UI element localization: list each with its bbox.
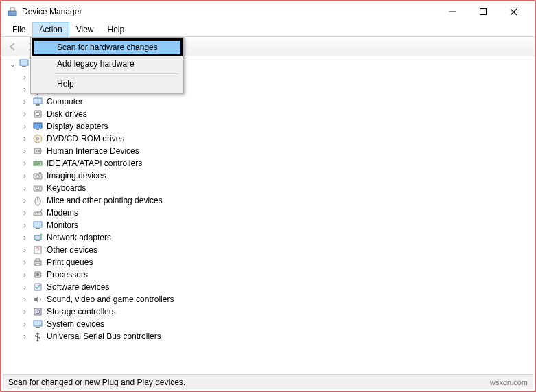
svg-point-14 (36, 112, 40, 116)
device-tree[interactable]: ⌄ ›Batteries›Bluetooth›Computer›Disk dri… (5, 58, 531, 369)
tree-node[interactable]: ›DVD/CD-ROM drives (5, 132, 531, 145)
tree-node[interactable]: ›Keyboards (5, 182, 531, 194)
svg-point-37 (35, 214, 36, 215)
menu-action[interactable]: Action (32, 22, 69, 36)
svg-rect-3 (480, 9, 486, 15)
chevron-right-icon[interactable]: › (21, 85, 29, 93)
sound-icon (32, 294, 43, 305)
tree-node[interactable]: ›Storage controllers (5, 305, 531, 318)
tree-node[interactable]: ›Display adapters (5, 120, 531, 132)
maximize-button[interactable] (467, 2, 498, 21)
tree-node-label: Keyboards (47, 183, 86, 193)
menu-scan-hardware[interactable]: Scan for hardware changes (32, 38, 183, 56)
chevron-right-icon[interactable]: › (21, 159, 29, 168)
app-icon (7, 6, 18, 17)
chevron-right-icon[interactable]: › (21, 320, 29, 328)
svg-point-59 (37, 311, 38, 312)
tree-node[interactable]: ›Modems (5, 207, 531, 219)
chevron-right-icon[interactable]: › (21, 233, 29, 242)
svg-rect-7 (22, 66, 26, 67)
tree-node[interactable]: ›Universal Serial Bus controllers (5, 330, 531, 343)
tree-node-label: Display adapters (47, 122, 108, 131)
svg-point-44 (40, 234, 43, 236)
chevron-right-icon[interactable]: › (21, 283, 29, 291)
tree-node-label: IDE ATA/ATAPI controllers (47, 159, 142, 168)
software-icon (32, 281, 43, 292)
svg-rect-33 (36, 189, 40, 191)
chevron-right-icon[interactable]: › (21, 270, 29, 279)
tree-node[interactable]: ›Computer (5, 95, 531, 108)
tree-node-label: Computer (47, 97, 83, 106)
tree-node[interactable]: ›Sound, video and game controllers (5, 293, 531, 305)
keyboard-icon (32, 183, 43, 194)
storage-icon (32, 306, 43, 317)
svg-rect-43 (36, 240, 40, 241)
computer-root-icon (19, 58, 29, 70)
printer-icon (32, 257, 43, 268)
usb-icon (32, 331, 43, 342)
chevron-right-icon[interactable]: › (21, 196, 29, 205)
cpu-icon (32, 269, 43, 280)
chevron-right-icon[interactable]: › (21, 246, 29, 254)
svg-point-62 (37, 340, 39, 342)
svg-rect-48 (36, 259, 40, 261)
window-controls (436, 2, 529, 21)
display-icon (32, 121, 43, 132)
menu-help-item[interactable]: Help (32, 76, 182, 92)
tree-node[interactable]: ›Imaging devices (5, 170, 531, 182)
menu-view[interactable]: View (69, 22, 101, 36)
chevron-right-icon[interactable]: › (21, 135, 29, 143)
tree-node-label: Print queues (47, 257, 93, 267)
tree-node-label: Universal Serial Bus controllers (47, 332, 161, 341)
tree-node[interactable]: ›Processors (5, 268, 531, 281)
tree-node-label: DVD/CD-ROM drives (47, 134, 124, 143)
watermark-text: wsxdn.com (490, 378, 528, 387)
svg-rect-16 (36, 129, 39, 130)
chevron-right-icon[interactable]: › (21, 97, 29, 106)
tree-node[interactable]: ›IDE ATA/ATAPI controllers (5, 157, 531, 170)
minimize-button[interactable] (436, 2, 467, 21)
chevron-right-icon[interactable]: › (21, 258, 29, 266)
tree-node-label: Software devices (47, 282, 109, 292)
chevron-right-icon[interactable]: › (21, 172, 29, 180)
chevron-right-icon[interactable]: › (21, 295, 29, 303)
tree-node-label: Disk drives (47, 109, 87, 119)
network-icon (32, 232, 43, 243)
chevron-right-icon[interactable]: › (21, 221, 29, 229)
svg-rect-32 (39, 187, 40, 189)
statusbar: Scan for changed or new Plug and Play de… (3, 374, 533, 389)
menu-add-legacy[interactable]: Add legacy hardware (32, 56, 182, 72)
chevron-right-icon[interactable]: › (21, 332, 29, 341)
chevron-right-icon[interactable]: › (21, 73, 29, 81)
back-button[interactable] (5, 39, 21, 54)
titlebar: Device Manager (1, 1, 535, 22)
svg-rect-11 (34, 98, 42, 104)
tree-node[interactable]: ›Print queues (5, 256, 531, 268)
svg-point-27 (36, 175, 40, 178)
chevron-right-icon[interactable]: › (21, 110, 29, 118)
chevron-right-icon[interactable]: › (21, 209, 29, 217)
tree-node[interactable]: ›System devices (5, 318, 531, 330)
chevron-right-icon[interactable]: › (21, 308, 29, 316)
svg-point-18 (37, 138, 39, 140)
menu-help[interactable]: Help (101, 22, 132, 36)
menu-file[interactable]: File (5, 22, 32, 36)
svg-point-21 (38, 150, 40, 152)
tree-node[interactable]: ›Mice and other pointing devices (5, 194, 531, 207)
tree-node-label: Other devices (47, 245, 97, 255)
chevron-down-icon[interactable]: ⌄ (8, 60, 16, 69)
close-button[interactable] (498, 2, 529, 21)
tree-node[interactable]: ›Human Interface Devices (5, 145, 531, 157)
tree-node[interactable]: ›?Other devices (5, 244, 531, 256)
svg-rect-49 (36, 264, 40, 266)
chevron-right-icon[interactable]: › (21, 122, 29, 130)
tree-node[interactable]: ›Software devices (5, 281, 531, 293)
tree-node[interactable]: ›Network adapters (5, 231, 531, 244)
tree-node[interactable]: ›Monitors (5, 219, 531, 231)
tree-node-label: Network adapters (47, 233, 111, 242)
chevron-right-icon[interactable]: › (21, 184, 29, 192)
svg-rect-51 (36, 273, 39, 276)
computer-icon (32, 96, 43, 107)
tree-node[interactable]: ›Disk drives (5, 108, 531, 120)
chevron-right-icon[interactable]: › (21, 147, 29, 155)
